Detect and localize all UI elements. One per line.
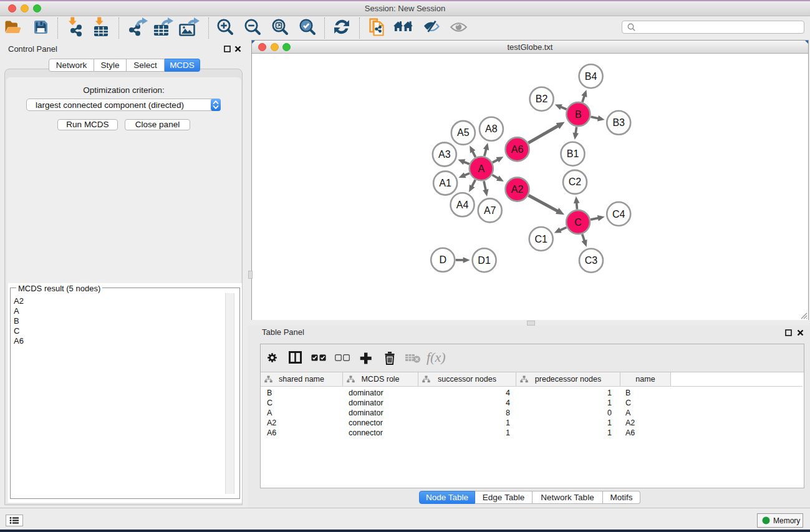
svg-text:C: C (574, 217, 582, 228)
svg-text:A1: A1 (439, 178, 451, 188)
svg-text:A5: A5 (457, 127, 470, 138)
svg-text:B1: B1 (567, 148, 579, 159)
svg-text:C2: C2 (569, 177, 582, 187)
svg-text:D1: D1 (478, 255, 491, 266)
svg-text:B3: B3 (612, 117, 625, 128)
svg-text:A: A (478, 163, 485, 174)
svg-text:C1: C1 (534, 234, 547, 244)
svg-text:A7: A7 (484, 205, 496, 216)
svg-text:B2: B2 (536, 94, 548, 104)
svg-text:A6: A6 (511, 144, 524, 155)
svg-text:A8: A8 (485, 123, 498, 134)
svg-text:D: D (439, 254, 446, 265)
svg-text:A2: A2 (511, 184, 524, 195)
svg-text:B: B (575, 109, 582, 120)
svg-text:C3: C3 (585, 255, 598, 266)
svg-text:C4: C4 (612, 209, 625, 220)
svg-text:B4: B4 (585, 71, 597, 82)
svg-text:A4: A4 (456, 200, 469, 210)
svg-text:A3: A3 (438, 149, 451, 160)
